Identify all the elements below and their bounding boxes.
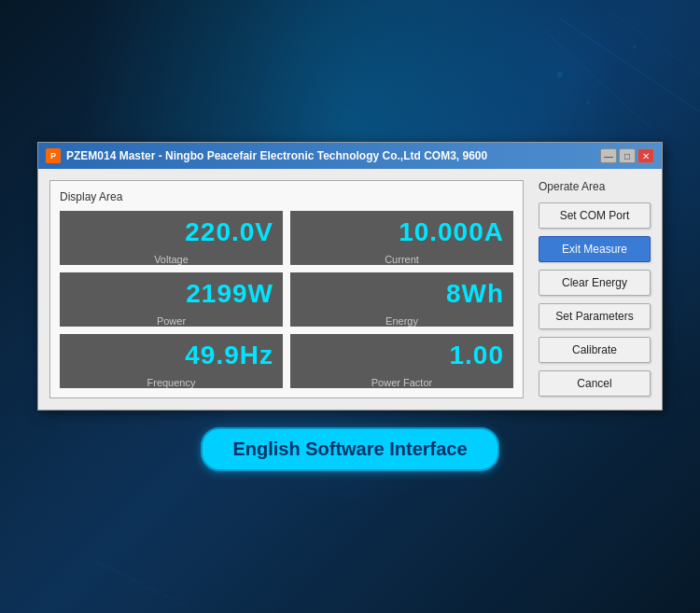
svg-line-3 <box>93 560 187 606</box>
metric-value-text: 220.0V <box>185 218 273 247</box>
exit-measure-button[interactable]: Exit Measure <box>539 236 651 262</box>
set-parameters-button[interactable]: Set Parameters <box>539 303 651 329</box>
footer-label: English Software Interface <box>201 427 498 471</box>
metric-label-text: Power Factor <box>290 374 513 388</box>
metric-value-cell: 220.0V <box>60 211 283 251</box>
metrics-grid: 220.0VVoltage10.000ACurrent2199WPower8Wh… <box>60 211 513 387</box>
app-icon: P <box>46 148 61 163</box>
metric-value-text: 10.000A <box>399 218 504 247</box>
display-area-title: Display Area <box>60 190 513 203</box>
operate-area: Operate Area Set COM PortExit MeasureCle… <box>539 180 651 397</box>
metric-item: 8WhEnergy <box>290 272 513 327</box>
metric-value-cell: 10.000A <box>290 211 513 251</box>
operate-area-title: Operate Area <box>539 180 651 193</box>
metric-value-cell: 8Wh <box>290 272 513 313</box>
cancel-button[interactable]: Cancel <box>539 370 651 397</box>
calibrate-button[interactable]: Calibrate <box>539 337 651 363</box>
metric-value-text: 1.00 <box>450 341 505 370</box>
set-com-port-button[interactable]: Set COM Port <box>539 202 651 229</box>
main-dialog: P PZEM014 Master - Ningbo Peacefair Elec… <box>37 142 663 410</box>
metric-item: 1.00Power Factor <box>290 334 513 388</box>
metric-value-cell: 2199W <box>60 272 283 313</box>
metric-item: 220.0VVoltage <box>60 211 283 265</box>
title-bar-left: P PZEM014 Master - Ningbo Peacefair Elec… <box>46 148 487 163</box>
metric-label-text: Current <box>290 251 513 265</box>
metric-item: 2199WPower <box>60 272 283 327</box>
close-button[interactable]: ✕ <box>637 148 654 163</box>
svg-point-6 <box>586 101 590 104</box>
title-bar: P PZEM014 Master - Ningbo Peacefair Elec… <box>38 143 662 169</box>
display-area: Display Area 220.0VVoltage10.000ACurrent… <box>49 180 524 397</box>
dialog-body: Display Area 220.0VVoltage10.000ACurrent… <box>38 169 662 409</box>
maximize-button[interactable]: □ <box>619 148 636 163</box>
svg-point-5 <box>633 45 637 49</box>
metric-label-text: Voltage <box>60 251 283 265</box>
metric-label-text: Energy <box>290 313 513 327</box>
metric-item: 49.9HzFrequency <box>60 334 283 388</box>
metric-value-cell: 49.9Hz <box>60 334 283 374</box>
metric-value-text: 2199W <box>186 280 273 309</box>
metric-label-text: Frequency <box>60 374 283 388</box>
svg-line-0 <box>560 19 700 112</box>
svg-line-1 <box>607 9 700 75</box>
title-buttons: — □ ✕ <box>600 148 654 163</box>
metric-value-text: 8Wh <box>446 280 504 309</box>
clear-energy-button[interactable]: Clear Energy <box>539 270 651 296</box>
metric-item: 10.000ACurrent <box>290 211 513 265</box>
svg-point-4 <box>557 72 563 77</box>
minimize-button[interactable]: — <box>600 148 617 163</box>
metric-value-cell: 1.00 <box>290 334 513 374</box>
window-title: PZEM014 Master - Ningbo Peacefair Electr… <box>66 149 487 162</box>
metric-label-text: Power <box>60 313 283 327</box>
operate-buttons: Set COM PortExit MeasureClear EnergySet … <box>539 202 651 397</box>
metric-value-text: 49.9Hz <box>185 341 273 370</box>
